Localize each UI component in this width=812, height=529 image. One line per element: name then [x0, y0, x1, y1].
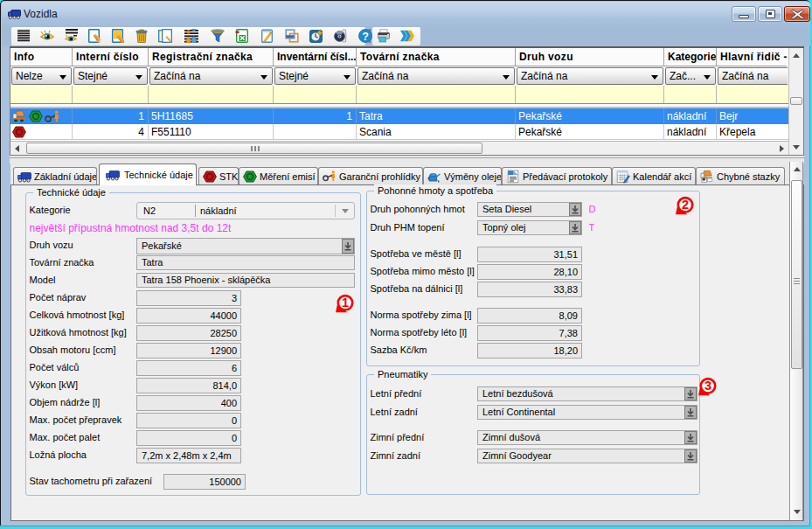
svg-text:?: ? — [362, 31, 369, 43]
svg-text:3: 3 — [704, 379, 711, 393]
svg-text:2: 2 — [682, 198, 689, 212]
svg-text:1: 1 — [342, 296, 349, 310]
